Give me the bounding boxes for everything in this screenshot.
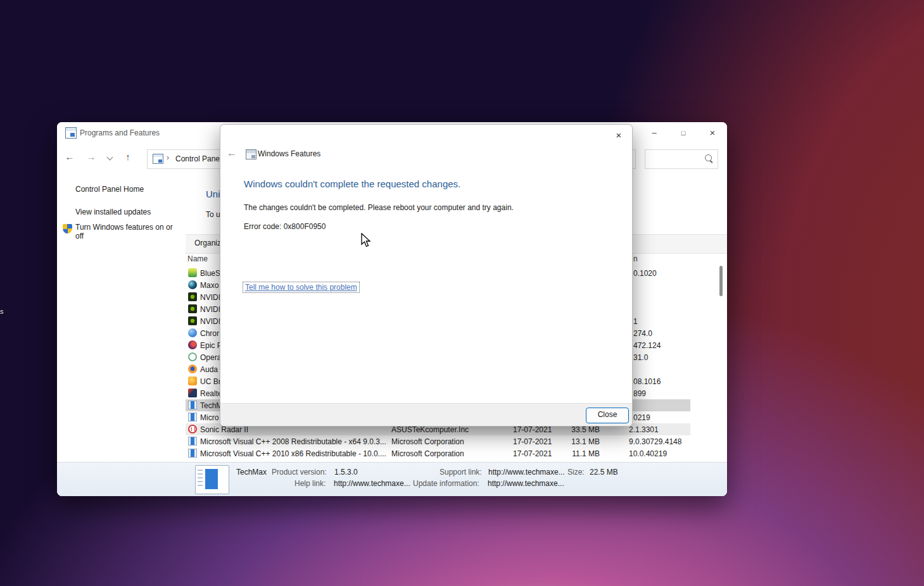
dialog-title: Windows Features: [258, 149, 320, 158]
desktop: { "desktop": { "stray_label": "s" }, "ic…: [0, 0, 924, 586]
help-link-label: Help link:: [294, 479, 326, 488]
product-version-label: Product version:: [272, 468, 327, 477]
epic-icon: [188, 340, 197, 349]
search-input[interactable]: [645, 149, 718, 169]
support-link-value[interactable]: http://www.techmaxe...: [488, 468, 565, 477]
up-icon[interactable]: ↑: [120, 151, 136, 162]
error-code-text: Error code: 0x800F0950: [244, 222, 326, 231]
details-pane: TechMax Product version: 1.5.3.0 Support…: [57, 462, 727, 496]
solve-problem-link[interactable]: Tell me how to solve this problem: [243, 282, 360, 293]
update-information-value[interactable]: http://www.techmaxe...: [488, 479, 564, 488]
windows-features-dialog: × ← Windows Features Windows couldn't co…: [220, 124, 633, 427]
dialog-footer: Close: [220, 403, 632, 426]
nvidia-icon: [188, 316, 197, 325]
techmax-app-icon: [195, 465, 229, 494]
column-header-name[interactable]: Name: [187, 254, 208, 263]
windows-app-icon: [188, 401, 197, 409]
opera-icon: [188, 352, 197, 361]
size-label: Size:: [567, 468, 585, 477]
product-version-value: 1.5.3.0: [334, 468, 358, 477]
sonic-radar-icon: [188, 425, 197, 433]
size-value: 22.5 MB: [590, 468, 618, 477]
programs-features-icon: [65, 127, 77, 139]
maxon-icon: [188, 280, 197, 289]
minimize-button[interactable]: –: [642, 123, 667, 142]
maximize-button[interactable]: □: [671, 123, 696, 142]
chromium-icon: [188, 328, 197, 337]
dialog-body-text: The changes couldn't be completed. Pleas…: [244, 203, 514, 212]
sidebar-item-turn-windows-features[interactable]: Turn Windows features on or off: [75, 223, 178, 240]
dialog-close-icon[interactable]: ×: [612, 128, 626, 142]
breadcrumb-control-panel[interactable]: Control Panel: [175, 154, 222, 163]
details-app-name: TechMax: [236, 468, 267, 477]
intro-text-fragment: To u: [206, 210, 220, 219]
forward-icon[interactable]: →: [84, 151, 99, 162]
dialog-back-icon[interactable]: ←: [227, 147, 237, 159]
window-title: Programs and Features: [80, 128, 160, 137]
breadcrumb-icon: [153, 154, 163, 164]
bluestacks-icon: [188, 268, 197, 277]
search-icon: [705, 154, 712, 161]
table-row[interactable]: Microsoft Visual C++ 2010 x86 Redistribu…: [186, 447, 690, 459]
recent-locations-icon[interactable]: [107, 154, 113, 161]
realtek-icon: [188, 389, 197, 397]
windows-app-icon: [188, 449, 197, 458]
dialog-heading: Windows couldn't complete the requested …: [244, 178, 460, 189]
nvidia-icon: [188, 292, 197, 301]
update-information-label: Update information:: [413, 479, 479, 488]
page-title-fragment: Uni: [206, 189, 220, 199]
scrollbar-thumb[interactable]: [719, 266, 723, 296]
chevron-right-icon: ›: [167, 153, 169, 162]
desktop-icon-label-fragment: s: [0, 308, 4, 315]
windows-app-icon: [188, 413, 197, 421]
column-header-version-fragment[interactable]: n: [633, 254, 638, 263]
sidebar-item-control-panel-home[interactable]: Control Panel Home: [75, 185, 144, 194]
nvidia-icon: [188, 304, 197, 313]
uac-shield-icon: [63, 224, 72, 234]
help-link-value[interactable]: http://www.techmaxe...: [334, 479, 410, 488]
table-row[interactable]: Microsoft Visual C++ 2008 Redistributabl…: [186, 435, 690, 447]
windows-features-icon: [246, 149, 256, 159]
back-icon[interactable]: ←: [62, 151, 77, 162]
windows-app-icon: [188, 437, 197, 446]
organize-button[interactable]: Organiz: [194, 239, 221, 247]
close-button[interactable]: ×: [700, 123, 725, 142]
support-link-label: Support link:: [440, 468, 482, 477]
audacity-icon: [188, 365, 197, 373]
mouse-cursor: [361, 233, 372, 248]
sidebar-item-view-installed-updates[interactable]: View installed updates: [75, 208, 151, 216]
dialog-close-button[interactable]: Close: [586, 408, 629, 423]
uc-browser-icon: [188, 377, 197, 385]
